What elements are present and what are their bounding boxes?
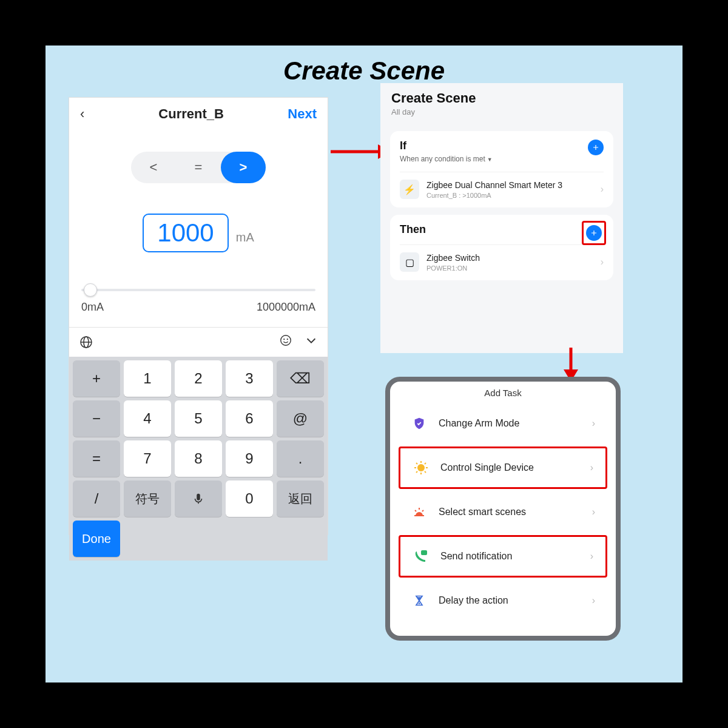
screen-title: Current_B bbox=[158, 106, 224, 122]
key-equal[interactable]: = bbox=[73, 440, 120, 477]
key-5[interactable]: 5 bbox=[175, 400, 222, 437]
chevron-right-icon: › bbox=[592, 507, 595, 517]
add-task-sheet: Add Task Change Arm Mode › Control Singl… bbox=[385, 377, 621, 641]
page-title: Create Scene bbox=[46, 56, 682, 86]
chevron-right-icon: › bbox=[601, 184, 604, 195]
bulb-icon bbox=[413, 459, 430, 476]
svg-point-3 bbox=[281, 335, 291, 346]
hourglass-icon bbox=[411, 592, 428, 609]
keyboard-collapse-icon[interactable] bbox=[305, 334, 318, 351]
key-plus[interactable]: + bbox=[73, 360, 120, 397]
less-than-option[interactable]: < bbox=[131, 152, 176, 183]
task-select-scenes[interactable]: Select smart scenes › bbox=[399, 493, 607, 531]
svg-line-18 bbox=[425, 463, 426, 464]
key-slash[interactable]: / bbox=[73, 480, 120, 517]
greater-than-option[interactable]: > bbox=[221, 152, 266, 183]
svg-line-16 bbox=[416, 463, 417, 464]
back-button[interactable]: ‹ bbox=[80, 106, 95, 122]
comparison-operator-selector: < = > bbox=[131, 152, 266, 183]
value-slider[interactable] bbox=[81, 289, 315, 291]
key-8[interactable]: 8 bbox=[175, 440, 222, 477]
task-label: Select smart scenes bbox=[439, 507, 592, 517]
svg-rect-6 bbox=[197, 494, 200, 500]
key-9[interactable]: 9 bbox=[226, 440, 273, 477]
max-label: 1000000mA bbox=[257, 301, 315, 314]
condition-device-row[interactable]: ⚡ Zigbee Dual Channel Smart Meter 3 Curr… bbox=[400, 172, 604, 199]
switch-icon: ▢ bbox=[400, 252, 419, 272]
task-change-arm-mode[interactable]: Change Arm Mode › bbox=[399, 404, 607, 443]
key-0[interactable]: 0 bbox=[226, 480, 273, 517]
svg-line-19 bbox=[416, 471, 417, 473]
key-3[interactable]: 3 bbox=[226, 360, 273, 397]
sheet-title: Add Task bbox=[390, 388, 616, 398]
action-device-row[interactable]: ▢ Zigbee Switch POWER1:ON › bbox=[400, 244, 604, 272]
chevron-right-icon: › bbox=[592, 595, 595, 606]
svg-line-17 bbox=[425, 471, 426, 473]
add-action-button[interactable] bbox=[586, 225, 602, 241]
key-done[interactable]: Done bbox=[73, 521, 120, 557]
svg-point-5 bbox=[287, 339, 288, 340]
phone-message-icon bbox=[413, 548, 430, 565]
if-card: If When any condition is met▼ ⚡ Zigbee D… bbox=[390, 131, 613, 207]
task-label: Control Single Device bbox=[440, 462, 590, 473]
min-label: 0mA bbox=[81, 301, 104, 314]
key-backspace[interactable]: ⌫ bbox=[277, 360, 324, 397]
task-delay-action[interactable]: Delay the action › bbox=[399, 581, 607, 620]
numeric-keyboard: + 1 2 3 ⌫ − 4 5 6 @ = 7 8 9 . / 符号 0 返回 … bbox=[69, 357, 328, 561]
unit-label: mA bbox=[236, 231, 254, 244]
scene-subtitle: All day bbox=[391, 107, 612, 116]
key-7[interactable]: 7 bbox=[124, 440, 171, 477]
chevron-right-icon: › bbox=[592, 418, 595, 429]
svg-point-4 bbox=[283, 339, 285, 340]
device-name: Zigbee Dual Channel Smart Meter 3 bbox=[426, 180, 601, 190]
key-mic[interactable] bbox=[175, 480, 222, 517]
chevron-right-icon: › bbox=[601, 257, 604, 268]
sunrise-icon bbox=[411, 504, 428, 521]
task-label: Change Arm Mode bbox=[439, 418, 592, 429]
key-4[interactable]: 4 bbox=[124, 400, 171, 437]
key-minus[interactable]: − bbox=[73, 400, 120, 437]
key-6[interactable]: 6 bbox=[226, 400, 273, 437]
if-label: If bbox=[400, 140, 604, 152]
then-card: Then ▢ Zigbee Switch POWER1:ON › bbox=[390, 215, 613, 280]
value-input[interactable]: 1000 bbox=[143, 214, 228, 252]
chevron-right-icon: › bbox=[590, 551, 593, 562]
task-send-notification[interactable]: Send notification › bbox=[399, 535, 607, 578]
svg-line-21 bbox=[415, 510, 416, 511]
next-button[interactable]: Next bbox=[288, 106, 317, 122]
add-condition-button[interactable] bbox=[588, 140, 604, 155]
task-label: Send notification bbox=[440, 551, 590, 562]
key-1[interactable]: 1 bbox=[124, 360, 171, 397]
key-2[interactable]: 2 bbox=[175, 360, 222, 397]
scene-title: Create Scene bbox=[391, 90, 612, 106]
svg-rect-23 bbox=[421, 550, 427, 555]
action-device-state: POWER1:ON bbox=[426, 265, 601, 272]
then-label: Then bbox=[400, 223, 604, 236]
equal-option[interactable]: = bbox=[176, 152, 221, 183]
task-label: Delay the action bbox=[439, 595, 592, 606]
action-device-name: Zigbee Switch bbox=[426, 252, 601, 263]
svg-line-22 bbox=[422, 510, 423, 511]
key-symbol-cn[interactable]: 符号 bbox=[124, 480, 171, 517]
shield-icon bbox=[411, 415, 428, 432]
create-scene-panel: Create Scene All day If When any conditi… bbox=[380, 83, 623, 353]
device-icon: ⚡ bbox=[400, 180, 419, 199]
key-dot[interactable]: . bbox=[277, 440, 324, 477]
key-return-cn[interactable]: 返回 bbox=[277, 480, 324, 517]
task-control-device[interactable]: Control Single Device › bbox=[399, 447, 607, 489]
slider-thumb[interactable] bbox=[84, 283, 97, 297]
key-at[interactable]: @ bbox=[277, 400, 324, 437]
emoji-icon[interactable] bbox=[279, 334, 292, 351]
current-b-screen: ‹ Current_B Next < = > 1000 mA 0mA 10000… bbox=[69, 97, 328, 535]
keyboard-globe-icon[interactable] bbox=[79, 335, 93, 349]
chevron-right-icon: › bbox=[590, 462, 593, 473]
device-condition: Current_B : >1000mA bbox=[426, 192, 601, 199]
condition-dropdown[interactable]: When any condition is met▼ bbox=[400, 155, 604, 163]
svg-point-11 bbox=[417, 464, 425, 471]
